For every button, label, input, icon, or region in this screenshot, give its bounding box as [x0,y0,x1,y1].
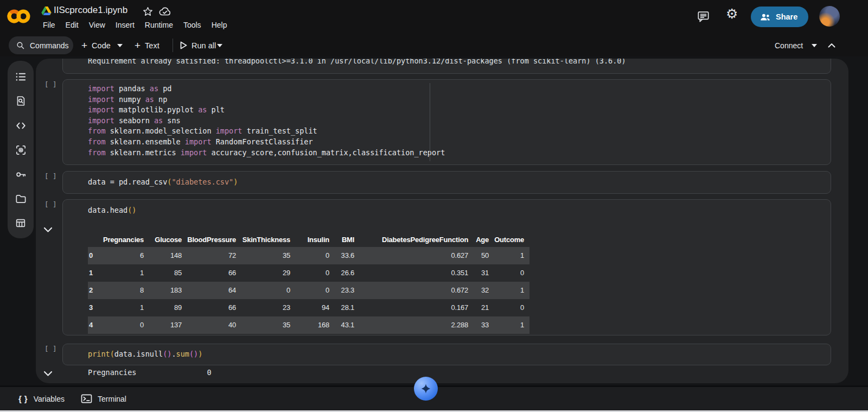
cell-value: 72 [187,247,241,264]
code-cell-isnull[interactable]: print(data.isnull().sum()) [62,344,831,365]
commands-button[interactable]: Commands [9,36,73,54]
code-snippets-icon[interactable] [11,116,30,135]
user-avatar[interactable] [819,6,840,27]
gemini-spark-button[interactable] [414,377,438,401]
plus-icon: + [81,41,87,50]
commands-label: Commands [30,41,69,50]
cell-value: 1 [103,299,149,316]
colab-logo-icon[interactable] [7,8,31,24]
search-icon [16,41,25,50]
variables-braces-icon: { } [18,394,28,403]
drive-icon [41,6,52,16]
table-row: 11856629026.60.351310 [88,264,529,282]
cell-value: 0 [296,282,335,299]
app-header: IIScprcode1.ipynb File Edit View Insert … [0,0,868,34]
share-button[interactable]: Share [751,7,808,27]
menu-file[interactable]: File [43,21,55,29]
cell-value: 0 [494,299,529,316]
cell-value: 0.672 [360,282,474,299]
cell-value: 0 [494,264,529,282]
terminal-button[interactable]: Terminal [81,394,126,403]
variables-label: Variables [34,395,65,403]
cell-value: 89 [149,299,187,316]
data-table-icon[interactable] [11,213,30,233]
cell-value: 64 [187,282,241,299]
table-of-contents-icon[interactable] [11,67,30,86]
code-line: data = pd.read_csv("diabetes.csv") [88,178,825,188]
exec-badge[interactable]: [ ] [44,200,57,208]
variable-inspector-icon[interactable] [11,140,30,160]
connect-dropdown-caret[interactable] [812,36,817,54]
connect-button[interactable]: Connect [775,36,803,54]
collapse-output-chevron-icon[interactable] [43,371,53,377]
cell-value: 168 [296,316,335,334]
add-code-dropdown-caret[interactable] [117,36,123,54]
variables-button[interactable]: { } Variables [18,394,65,403]
menu-edit[interactable]: Edit [66,21,79,29]
code-editor[interactable]: import pandas as pdimport numpy as npimp… [63,80,831,163]
add-code-cell-button[interactable]: + Code [81,36,111,54]
menu-help[interactable]: Help [212,21,227,29]
column-header: Insulin [296,233,335,247]
column-header: Age [474,233,494,247]
exec-badge[interactable]: [ ] [44,172,57,180]
notebook-toolbar: Commands + Code + Text Run all Connect [0,34,868,56]
code-cell-read-csv[interactable]: data = pd.read_csv("diabetes.csv") [62,171,831,194]
collapse-header-icon[interactable] [828,36,835,54]
dataframe-table: PregnanciesGlucoseBloodPressureSkinThick… [88,233,529,334]
table-row: 40137403516843.12.288331 [88,316,529,334]
table-row: 28183640023.30.672321 [88,282,529,299]
star-icon[interactable] [142,6,154,17]
code-editor[interactable]: print(data.isnull().sum()) [63,344,831,365]
cell-value: 29 [241,264,296,282]
menu-tools[interactable]: Tools [183,21,201,29]
run-all-label: Run all [192,41,216,50]
cell-value: 28.1 [335,299,360,316]
code-cell-imports[interactable]: import pandas as pdimport numpy as npimp… [62,79,831,165]
cell-value: 40 [187,316,241,334]
code-editor[interactable]: data.head() [63,200,831,221]
cell-value: 8 [103,282,149,299]
secrets-key-icon[interactable] [11,164,30,184]
cell-value: 35 [241,316,296,334]
files-folder-icon[interactable] [11,189,30,208]
exec-badge[interactable]: [ ] [44,80,57,88]
run-all-dropdown-caret[interactable] [217,36,222,54]
code-cell-head[interactable]: data.head() PregnanciesGlucoseBloodPress… [62,199,831,335]
cell-value: 33 [474,316,494,334]
menu-insert[interactable]: Insert [116,21,135,29]
table-row: 318966239428.10.167210 [88,299,529,316]
share-people-icon [760,11,771,22]
cell-value: 23.3 [335,282,360,299]
column-header: Outcome [494,233,529,247]
cell-value: 0 [103,316,149,334]
collapse-output-chevron-icon[interactable] [43,227,53,233]
add-text-cell-button[interactable]: + Text [135,36,159,54]
exec-badge[interactable]: [ ] [44,345,57,353]
column-header: DiabetesPedigreeFunction [360,233,474,247]
cell-value: 1 [494,282,529,299]
cell-value: 23 [241,299,296,316]
code-line: import seaborn as sns [88,116,825,127]
clipped-output-cell[interactable]: Requirement already satisfied: threadpoo… [62,59,831,74]
run-all-button[interactable]: Run all [180,36,216,54]
cell-value: 85 [149,264,187,282]
find-and-replace-icon[interactable] [11,91,30,111]
code-editor[interactable]: data = pd.read_csv("diabetes.csv") [63,172,831,193]
row-index: 1 [88,264,103,282]
comments-icon[interactable] [697,10,710,23]
menu-runtime[interactable]: Runtime [145,21,173,29]
cloud-save-icon[interactable] [158,6,171,17]
connect-label: Connect [775,41,803,50]
cell-value: 148 [149,247,187,264]
notebook-title[interactable]: IIScprcode1.ipynb [54,5,127,16]
notebook-scroll-area[interactable]: Requirement already satisfied: threadpoo… [36,59,848,383]
index-header [88,233,103,247]
settings-gear-icon[interactable]: ⚙ [726,7,738,21]
content-area: Requirement already satisfied: threadpoo… [0,56,868,412]
cell-value: 66 [187,299,241,316]
menu-view[interactable]: View [89,21,105,29]
cell-value: 35 [241,247,296,264]
cell-value: 183 [149,282,187,299]
column-header: Glucose [149,233,187,247]
